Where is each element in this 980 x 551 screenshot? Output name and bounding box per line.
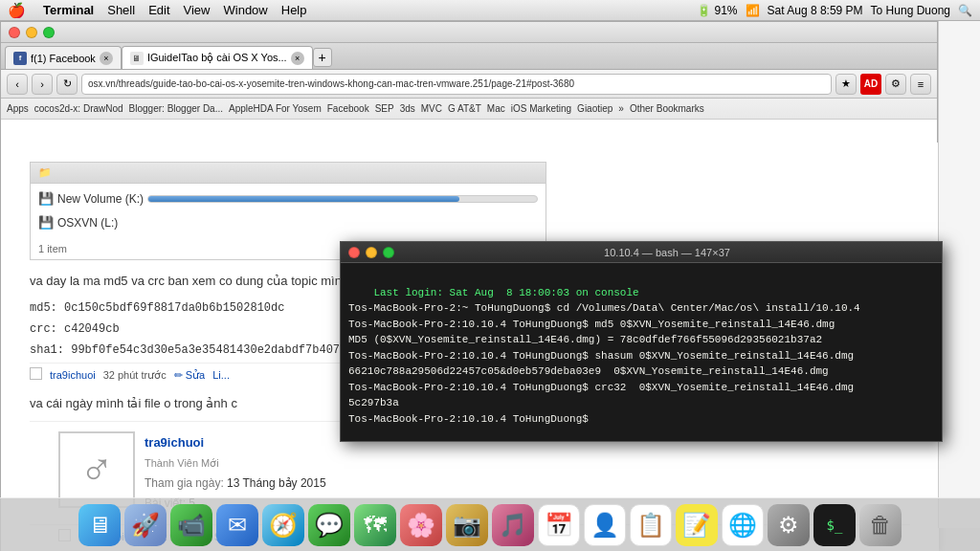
file-row-l: 💾 OSXVN (L:) <box>34 211 542 235</box>
bookmark-mvc[interactable]: MVC <box>421 103 442 114</box>
checkbox-1[interactable] <box>30 367 42 380</box>
bookmark-apps[interactable]: Apps <box>7 103 29 114</box>
dock-icon-calendar[interactable]: 📅 <box>538 504 580 546</box>
menu-button[interactable]: ≡ <box>910 74 931 95</box>
file-explorer-path: 📁 <box>38 165 52 182</box>
terminal-minimize[interactable] <box>366 247 377 258</box>
dock-icon-settings[interactable]: ⚙ <box>768 504 810 546</box>
bookmark-ios[interactable]: iOS Marketing <box>511 103 571 114</box>
terminal-line-1: Tos-MacBook-Pro-2:~ ToHungDuong$ cd /Vol… <box>348 302 860 314</box>
search-icon[interactable]: 🔍 <box>958 4 972 17</box>
tab-label-guide: IGuideITao bộ cài OS X Yos... <box>147 52 287 64</box>
bookmark-gat[interactable]: G AT&T <box>448 103 481 114</box>
bookmark-mac[interactable]: Mac <box>487 103 505 114</box>
bookmark-giaotiep[interactable]: Giaotiep <box>577 103 612 114</box>
menu-terminal[interactable]: Terminal <box>43 3 94 17</box>
bookmark-more[interactable]: » <box>618 103 624 114</box>
crc-value: c42049cb <box>64 322 120 336</box>
terminal-body[interactable]: Last login: Sat Aug 8 18:00:03 on consol… <box>341 263 942 449</box>
tab-guide[interactable]: 🖥 IGuideITao bộ cài OS X Yos... × <box>122 46 313 69</box>
window-maximize-button[interactable] <box>43 27 55 38</box>
extensions-button[interactable]: ⚙ <box>885 74 906 95</box>
tab-bar: f f(1) Facebook × 🖥 IGuideITao bộ cài OS… <box>1 43 937 70</box>
nav-bar: ‹ › ↻ osx.vn/threads/guide-tao-bo-cai-os… <box>1 70 937 99</box>
user1-li[interactable]: Li... <box>212 367 230 385</box>
refresh-button[interactable]: ↻ <box>56 74 78 95</box>
dock-icon-iphoto[interactable]: 📷 <box>446 504 488 546</box>
window-minimize-button[interactable] <box>26 27 37 38</box>
dock-icon-trash[interactable]: 🗑 <box>859 504 902 546</box>
file-explorer-header: 📁 <box>31 163 546 184</box>
status-user[interactable]: To Hung Duong <box>871 4 950 17</box>
dock-icon-chrome[interactable]: 🌐 <box>722 504 764 546</box>
dock-icon-mail[interactable]: ✉ <box>216 504 258 546</box>
new-tab-button[interactable]: + <box>313 48 332 67</box>
dock-icon-photos[interactable]: 🌸 <box>400 504 442 546</box>
progress-fill-k <box>148 196 459 202</box>
back-button[interactable]: ‹ <box>7 74 28 95</box>
menubar-left: 🍎 Terminal Shell Edit View Window Help <box>8 2 307 19</box>
terminal-line-4: Tos-MacBook-Pro-2:10.10.4 ToHungDuong$ s… <box>348 350 854 362</box>
dock-icon-finder[interactable]: 🖥 <box>78 504 121 546</box>
adblock-icon[interactable]: AD <box>860 74 881 95</box>
progress-bar-k <box>147 195 538 203</box>
dock-icon-contacts[interactable]: 👤 <box>584 504 626 546</box>
bookmark-bar: Apps cocos2d-x: DrawNod Blogger: Blogger… <box>1 99 937 120</box>
apple-menu[interactable]: 🍎 <box>8 2 26 19</box>
dock-icon-terminal[interactable]: $_ <box>813 504 856 546</box>
drive-label-l: OSXVN (L:) <box>57 214 118 232</box>
profile-role: Thành Viên Mới <box>145 454 326 474</box>
profile-username[interactable]: tra9ichuoi <box>145 435 204 450</box>
address-bar[interactable]: osx.vn/threads/guide-tao-bo-cai-os-x-yos… <box>81 74 832 95</box>
menubar: 🍎 Terminal Shell Edit View Window Help 🔋… <box>0 0 980 21</box>
terminal-window[interactable]: 10.10.4 — bash — 147×37 Last login: Sat … <box>340 241 943 442</box>
dock-icon-messages[interactable]: 💬 <box>308 504 350 546</box>
terminal-line-3: MD5 (0$XVN_Yosemite_reinstall_14E46.dmg)… <box>348 334 822 345</box>
menu-view[interactable]: View <box>184 3 211 17</box>
browser-titlebar <box>1 22 937 43</box>
sha1-label: sha1: <box>30 343 64 357</box>
forward-button[interactable]: › <box>32 74 53 95</box>
drive-icon-k: 💾 <box>38 189 54 209</box>
dock-icon-maps[interactable]: 🗺 <box>354 504 396 546</box>
user1-time: 32 phút trước <box>103 367 167 385</box>
right-panel <box>938 21 980 528</box>
join-date: 13 Tháng bảy 2015 <box>227 476 326 490</box>
tab-facebook[interactable]: f f(1) Facebook × <box>5 46 122 69</box>
tab-label-facebook: f(1) Facebook <box>31 53 96 64</box>
status-battery: 🔋 91% <box>697 4 737 17</box>
bookmark-other[interactable]: Other Bookmarks <box>630 103 704 114</box>
join-label: Tham gia ngày: <box>145 476 224 490</box>
dock-icon-facetime[interactable]: 📹 <box>170 504 212 546</box>
bookmark-applehda[interactable]: AppleHDA For Yosem <box>229 103 322 114</box>
bookmark-3ds[interactable]: 3ds <box>400 103 415 114</box>
bookmark-cocos2d[interactable]: cocos2d-x: DrawNod <box>34 103 123 114</box>
bookmark-star[interactable]: ★ <box>835 74 857 95</box>
terminal-close[interactable] <box>348 247 360 258</box>
window-close-button[interactable] <box>9 27 20 38</box>
tab-close-facebook[interactable]: × <box>100 52 113 65</box>
dock-icon-safari[interactable]: 🧭 <box>262 504 304 546</box>
menubar-right: 🔋 91% 📶 Sat Aug 8 8:59 PM To Hung Duong … <box>697 4 972 17</box>
user1-edit[interactable]: ✏ Sửa <box>174 367 206 385</box>
menu-edit[interactable]: Edit <box>148 3 169 17</box>
menu-shell[interactable]: Shell <box>107 3 135 17</box>
bookmark-blogger[interactable]: Blogger: Blogger Da... <box>129 103 223 114</box>
bookmark-facebook[interactable]: Facebook <box>327 103 369 114</box>
terminal-maximize[interactable] <box>383 247 394 258</box>
menu-help[interactable]: Help <box>281 3 307 17</box>
dock-icon-reminders[interactable]: 📋 <box>630 504 672 546</box>
status-wifi: 📶 <box>746 4 760 17</box>
terminal-titlebar: 10.10.4 — bash — 147×37 <box>341 242 942 263</box>
dock-icon-itunes[interactable]: 🎵 <box>492 504 534 546</box>
user1-name[interactable]: tra9ichuoi <box>50 367 96 385</box>
dock-icon-notes[interactable]: 📝 <box>676 504 718 546</box>
drive-label-k: New Volume (K:) <box>57 190 144 209</box>
dock-icon-launchpad[interactable]: 🚀 <box>124 504 167 546</box>
tab-close-guide[interactable]: × <box>291 52 304 65</box>
md5-label: md5: <box>30 301 57 315</box>
file-row-k: 💾 New Volume (K:) <box>34 187 542 211</box>
bookmark-sep[interactable]: SEP <box>375 103 394 114</box>
menu-window[interactable]: Window <box>224 3 268 17</box>
status-datetime: Sat Aug 8 8:59 PM <box>768 4 863 17</box>
